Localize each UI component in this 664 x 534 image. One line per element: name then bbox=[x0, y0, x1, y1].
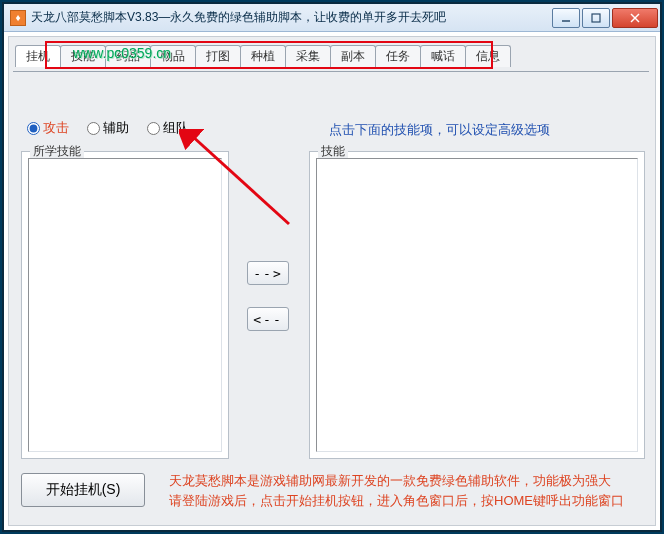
move-right-button[interactable]: --> bbox=[247, 261, 289, 285]
app-icon: ♦ bbox=[10, 10, 26, 26]
tab-map[interactable]: 打图 bbox=[195, 45, 241, 67]
minimize-button[interactable] bbox=[552, 8, 580, 28]
close-button[interactable] bbox=[612, 8, 658, 28]
tab-drug[interactable]: 药品 bbox=[105, 45, 151, 67]
tab-quest[interactable]: 任务 bbox=[375, 45, 421, 67]
groupbox-learned-skills: 所学技能 bbox=[21, 151, 229, 459]
footer-text: 天龙莫愁脚本是游戏辅助网最新开发的一款免费绿色辅助软件，功能极为强大 请登陆游戏… bbox=[169, 471, 645, 511]
learned-skill-list[interactable] bbox=[28, 158, 222, 452]
tab-info[interactable]: 信息 bbox=[465, 45, 511, 67]
radio-assist[interactable]: 辅助 bbox=[87, 119, 129, 137]
radio-team[interactable]: 组队 bbox=[147, 119, 189, 137]
start-button[interactable]: 开始挂机(S) bbox=[21, 473, 145, 507]
tab-collect[interactable]: 采集 bbox=[285, 45, 331, 67]
tab-plant[interactable]: 种植 bbox=[240, 45, 286, 67]
radio-attack[interactable]: 攻击 bbox=[27, 119, 69, 137]
maximize-button[interactable] bbox=[582, 8, 610, 28]
tab-skill[interactable]: 技能 bbox=[60, 45, 106, 67]
tab-hang[interactable]: 挂机 bbox=[15, 45, 61, 67]
tab-shout[interactable]: 喊话 bbox=[420, 45, 466, 67]
move-left-button[interactable]: <-- bbox=[247, 307, 289, 331]
tab-dungeon[interactable]: 副本 bbox=[330, 45, 376, 67]
tab-item[interactable]: 物品 bbox=[150, 45, 196, 67]
mode-radios: 攻击 辅助 组队 bbox=[27, 119, 189, 137]
hint-text: 点击下面的技能项，可以设定高级选项 bbox=[329, 121, 550, 139]
footer-line1: 天龙莫愁脚本是游戏辅助网最新开发的一款免费绿色辅助软件，功能极为强大 bbox=[169, 471, 645, 491]
footer-line2: 请登陆游戏后，点击开始挂机按钮，进入角色窗口后，按HOME键呼出功能窗口 bbox=[169, 491, 645, 511]
svg-rect-1 bbox=[592, 14, 600, 22]
skill-list[interactable] bbox=[316, 158, 638, 452]
groupbox-skills: 技能 bbox=[309, 151, 645, 459]
tab-bar: 挂机 技能 药品 物品 打图 种植 采集 副本 任务 喊话 信息 bbox=[15, 43, 649, 67]
window-title: 天龙八部莫愁脚本V3.83—永久免费的绿色辅助脚本，让收费的单开多开去死吧 bbox=[31, 9, 550, 26]
